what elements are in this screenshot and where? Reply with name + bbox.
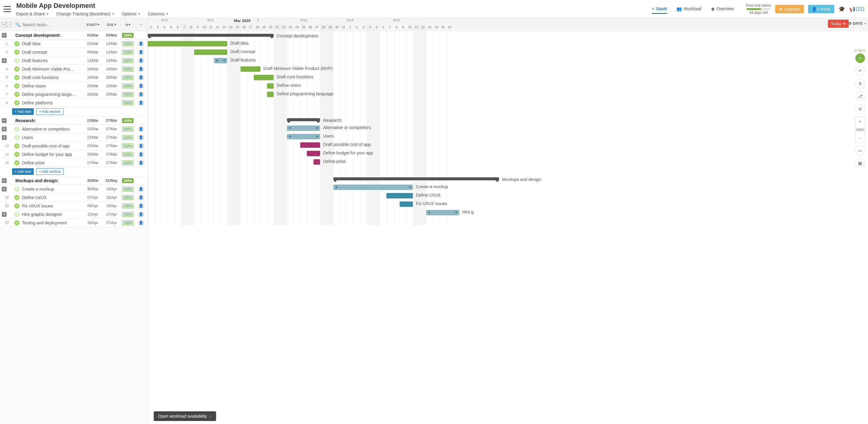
add-task-button[interactable]: + Add task [12, 168, 34, 175]
task-name[interactable]: Define budget for your app [20, 152, 84, 157]
column-percent[interactable]: % ▾ [121, 23, 135, 27]
avatar[interactable]: 👤 [138, 220, 144, 226]
task-toggle[interactable]: + [2, 212, 7, 217]
gantt-bar[interactable]: ▼▼Create a mockup [333, 185, 413, 190]
avatar[interactable]: 👤 [138, 143, 144, 149]
avatar[interactable]: 👤 [138, 134, 144, 141]
sync-button[interactable]: ✓ [855, 53, 865, 63]
gantt-bar[interactable]: Concept development: [148, 34, 274, 37]
gantt-bar[interactable]: Define programming language [267, 92, 274, 97]
task-toggle[interactable]: + [2, 58, 7, 63]
check-icon[interactable]: ✓ [14, 83, 20, 89]
collapse-all-button[interactable]: − [7, 22, 11, 27]
add-section-button[interactable]: + Add section [36, 168, 63, 175]
task-name[interactable]: Define vision [20, 84, 84, 88]
task-name[interactable]: Draft core functions [20, 75, 84, 80]
add-section-button[interactable]: + Add section [36, 108, 63, 115]
column-due[interactable]: DUE ▾ [102, 23, 121, 27]
check-icon[interactable]: ✓ [14, 212, 20, 217]
copy-button[interactable]: ⧉ [855, 104, 865, 114]
collapse-pane-button[interactable]: ← [135, 22, 147, 28]
check-icon[interactable]: ✓ [14, 220, 20, 225]
today-button[interactable]: Today ➜ [828, 20, 849, 28]
gantt-bar[interactable]: Define price [313, 159, 320, 165]
zoom-level[interactable]: 100% [855, 125, 865, 134]
task-name[interactable]: Define programming langu… [20, 92, 84, 97]
add-task-button[interactable]: + Add task [12, 108, 34, 115]
check-icon[interactable]: ✓ [14, 75, 20, 80]
gantt-bar[interactable]: Define vision [267, 83, 274, 89]
check-icon[interactable]: ✓ [14, 41, 20, 47]
avatar[interactable]: 👤 [138, 49, 144, 55]
upgrade-button[interactable]: ★ Upgrade [775, 5, 804, 13]
expand-all-button[interactable]: + [1, 22, 6, 27]
avatar[interactable]: 👤 [138, 83, 144, 89]
submenu-item[interactable]: Change Tracking (Baselines) ▼ [56, 11, 115, 16]
gantt-bar[interactable]: Fix UI/UX issues [400, 202, 413, 207]
task-toggle[interactable]: + [2, 127, 7, 131]
avatar[interactable]: 👤 [138, 41, 144, 47]
search-input[interactable] [22, 22, 82, 27]
submenu-item[interactable]: Options ▼ [122, 11, 141, 16]
avatar[interactable]: 👤 [138, 74, 144, 81]
gantt-bar[interactable]: ▼▼Users [287, 134, 320, 139]
avatar[interactable]: 👤 [138, 151, 144, 157]
task-name[interactable]: Hire graphic designer [20, 212, 84, 217]
graduation-icon[interactable]: 🎓 [838, 6, 845, 12]
menu-icon[interactable] [4, 6, 11, 12]
task-name[interactable]: Define UI/UX [20, 195, 84, 200]
task-name[interactable]: Draft features [20, 58, 84, 63]
sort-button[interactable]: ⇅ [855, 79, 865, 88]
task-name[interactable]: Define price [20, 160, 84, 165]
check-icon[interactable]: ✓ [14, 152, 20, 157]
tab-overview[interactable]: ◉ Overview [711, 4, 734, 14]
invite-button[interactable]: 👤+ Invite [808, 5, 834, 13]
avatar[interactable]: 👤 [138, 100, 144, 106]
task-name[interactable]: Draft Minimum Viable Pro… [20, 67, 84, 71]
gantt-bar[interactable]: Mockups and design: [333, 177, 499, 180]
avatar[interactable]: 👤 [138, 91, 144, 97]
column-start[interactable]: START ▾ [84, 23, 102, 27]
check-icon[interactable]: ✓ [14, 135, 20, 140]
grid-button[interactable]: ▦ [855, 158, 865, 168]
section-name[interactable]: Concept development: [13, 33, 84, 38]
tab-gantt[interactable]: ≡ Gantt [652, 4, 667, 14]
section-toggle[interactable]: − [2, 178, 7, 183]
gantt-bar[interactable]: ▼▼Draft features [214, 58, 227, 63]
task-toggle[interactable]: + [2, 187, 7, 191]
check-icon[interactable]: ✓ [14, 126, 20, 132]
task-name[interactable]: Users [20, 135, 84, 140]
check-icon[interactable]: ✓ [14, 195, 20, 200]
gantt-bar[interactable]: ▼▼Hire g [426, 210, 459, 215]
avatar[interactable]: 👤 [138, 126, 144, 132]
task-name[interactable]: Testing and deployment [20, 220, 84, 225]
check-icon[interactable]: ✓ [14, 143, 20, 149]
undo-button[interactable]: ↶ [855, 66, 865, 76]
section-name[interactable]: Research: [13, 118, 84, 123]
submenu-item[interactable]: Export & Share ▼ [16, 11, 49, 16]
section-toggle[interactable]: − [2, 33, 7, 38]
workload-button[interactable]: Open workload availability ▼ [154, 411, 216, 421]
avatar[interactable]: 👤 [138, 211, 144, 217]
check-icon[interactable]: ✓ [14, 203, 20, 209]
avatar[interactable]: 👤 [138, 160, 144, 166]
task-name[interactable]: Draft idea [20, 41, 84, 46]
gantt-bar[interactable]: Draft core functions [254, 75, 274, 80]
zoom-out-button[interactable]: − [855, 134, 865, 142]
check-icon[interactable]: ✓ [14, 160, 20, 165]
gantt-bar[interactable]: Define budget for your app [307, 151, 320, 156]
notifications-button[interactable]: 📢 (21) [849, 6, 864, 12]
avatar[interactable]: 👤 [138, 186, 144, 192]
avatar[interactable]: 👤 [138, 203, 144, 209]
avatar[interactable]: 👤 [138, 66, 144, 72]
branch-button[interactable]: ⎇ [855, 91, 865, 101]
section-name[interactable]: Mockups and design: [13, 178, 84, 183]
task-name[interactable]: Fix UI/UX issues [20, 204, 84, 208]
gantt-bar[interactable]: Draft idea [148, 41, 227, 47]
task-name[interactable]: Create a mockup [20, 187, 84, 191]
avatar[interactable]: 👤 [138, 58, 144, 64]
check-icon[interactable]: ✓ [14, 100, 20, 105]
submenu-item[interactable]: Columns ▼ [148, 11, 169, 16]
zoom-unit-button[interactable]: ⚙ DAYS ▼ [848, 22, 867, 26]
gantt-bar[interactable]: ▼▼Alternative or competitors [287, 125, 320, 131]
